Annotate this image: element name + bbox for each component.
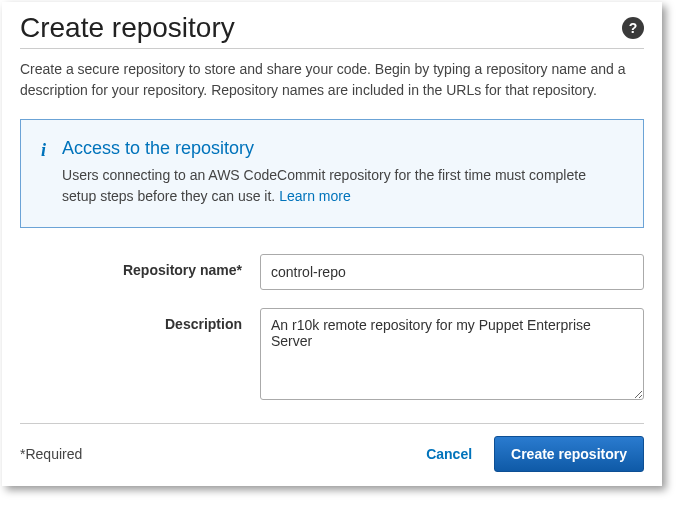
learn-more-link[interactable]: Learn more — [279, 188, 351, 204]
cancel-button[interactable]: Cancel — [426, 446, 472, 462]
info-text: Users connecting to an AWS CodeCommit re… — [62, 165, 623, 207]
description-label: Description — [28, 308, 260, 332]
page-title: Create repository — [20, 12, 235, 44]
info-title: Access to the repository — [62, 138, 623, 159]
footer: *Required Cancel Create repository — [20, 423, 644, 472]
description-field-wrap — [260, 308, 644, 403]
repo-name-input[interactable] — [260, 254, 644, 290]
repo-name-row: Repository name* — [28, 254, 644, 290]
header-row: Create repository ? — [20, 12, 644, 49]
actions: Cancel Create repository — [426, 436, 644, 472]
form: Repository name* Description — [20, 254, 644, 403]
info-content: Access to the repository Users connectin… — [62, 138, 623, 207]
help-icon[interactable]: ? — [622, 17, 644, 39]
create-repository-button[interactable]: Create repository — [494, 436, 644, 472]
repo-name-label: Repository name* — [28, 254, 260, 278]
info-box: i Access to the repository Users connect… — [20, 119, 644, 228]
description-input[interactable] — [260, 308, 644, 400]
required-note: *Required — [20, 446, 82, 462]
description-row: Description — [28, 308, 644, 403]
intro-text: Create a secure repository to store and … — [20, 59, 644, 101]
info-icon: i — [41, 140, 46, 207]
create-repository-panel: Create repository ? Create a secure repo… — [2, 2, 662, 486]
repo-name-field-wrap — [260, 254, 644, 290]
